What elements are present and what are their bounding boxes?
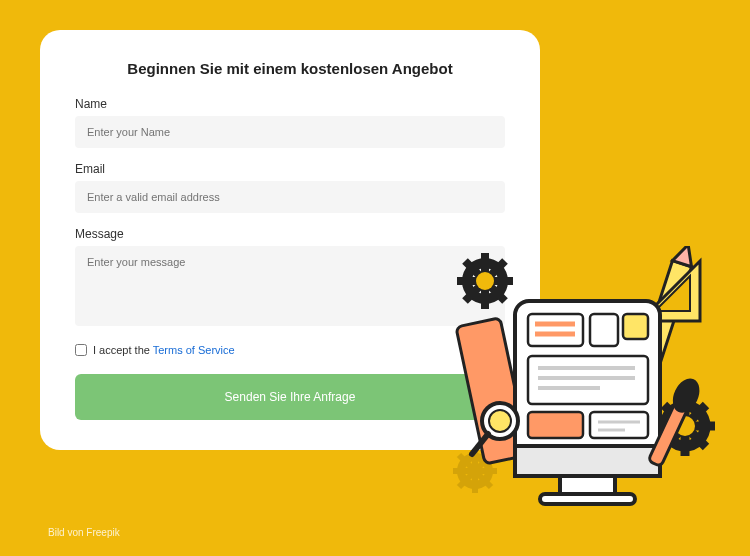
- tos-label: I accept the Terms of Service: [93, 344, 235, 356]
- email-label: Email: [75, 162, 505, 176]
- image-credit: Bild von Freepik: [48, 527, 120, 538]
- svg-point-40: [489, 410, 511, 432]
- accept-text: I accept the: [93, 344, 153, 356]
- svg-rect-30: [623, 314, 648, 339]
- message-label: Message: [75, 227, 505, 241]
- svg-rect-23: [515, 446, 660, 476]
- tos-checkbox[interactable]: [75, 344, 87, 356]
- svg-rect-24: [560, 476, 615, 494]
- name-label: Name: [75, 97, 505, 111]
- form-title: Beginnen Sie mit einem kostenlosen Angeb…: [75, 60, 505, 77]
- svg-rect-26: [528, 314, 583, 346]
- email-input[interactable]: [75, 181, 505, 213]
- svg-point-5: [476, 272, 494, 290]
- svg-rect-29: [590, 314, 618, 346]
- svg-rect-35: [528, 412, 583, 438]
- name-input[interactable]: [75, 116, 505, 148]
- tos-link[interactable]: Terms of Service: [153, 344, 235, 356]
- svg-rect-25: [540, 494, 635, 504]
- design-illustration-icon: [440, 246, 720, 526]
- svg-rect-36: [590, 412, 648, 438]
